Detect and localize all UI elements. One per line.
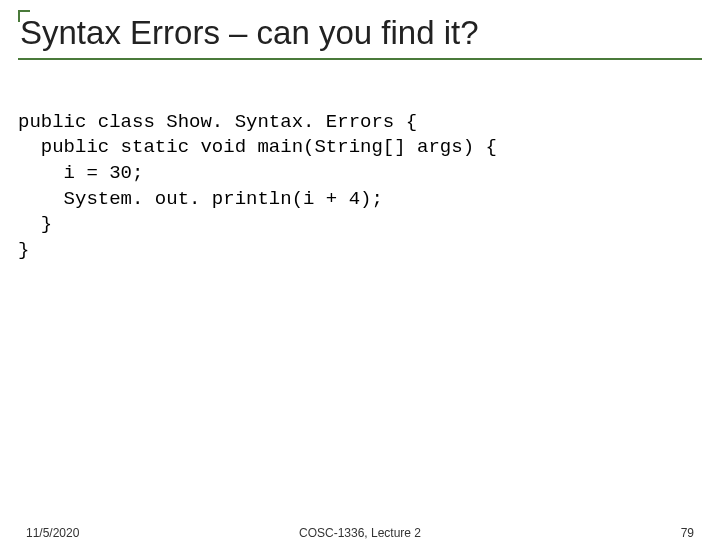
code-block: public class Show. Syntax. Errors { publ…: [18, 84, 702, 289]
slide: Syntax Errors – can you find it? public …: [0, 0, 720, 540]
title-container: Syntax Errors – can you find it?: [18, 10, 702, 60]
slide-title: Syntax Errors – can you find it?: [18, 14, 702, 52]
code-line: public class Show. Syntax. Errors {: [18, 111, 417, 133]
footer-page: 79: [681, 526, 694, 540]
code-line: System. out. println(i + 4);: [18, 188, 383, 210]
code-line: public static void main(String[] args) {: [18, 136, 497, 158]
footer-course: COSC-1336, Lecture 2: [0, 526, 720, 540]
code-line: i = 30;: [18, 162, 143, 184]
code-line: }: [18, 239, 29, 261]
code-line: }: [18, 213, 52, 235]
title-accent: [18, 10, 30, 22]
